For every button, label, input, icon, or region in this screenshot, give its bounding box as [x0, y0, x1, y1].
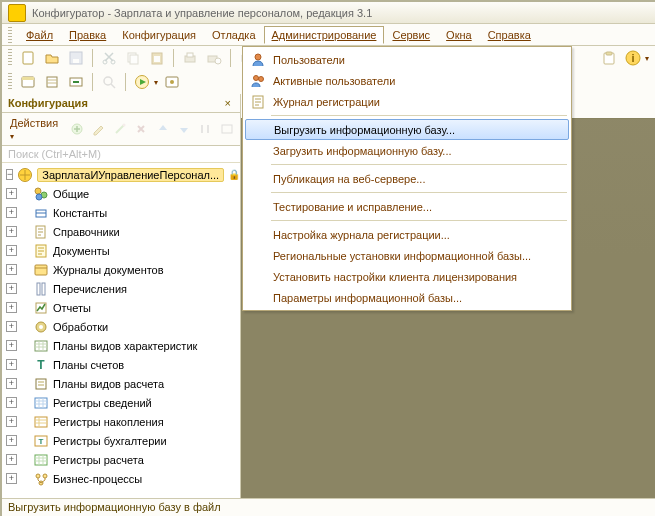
menu-item-journal-settings[interactable]: Настройка журнала регистрации...	[245, 224, 569, 245]
paste-button[interactable]	[147, 48, 167, 68]
svg-rect-20	[22, 77, 34, 80]
print-button[interactable]	[180, 48, 200, 68]
tree-item-label: Регистры бухгалтерии	[53, 435, 167, 447]
tree-item-label: Перечисления	[53, 283, 127, 295]
start-debug-button[interactable]	[132, 72, 152, 92]
cut-button[interactable]	[99, 48, 119, 68]
tree-item[interactable]: +Справочники	[4, 222, 240, 241]
db-config-button[interactable]	[42, 72, 62, 92]
menu-configuration[interactable]: Конфигурация	[114, 26, 204, 44]
svg-text:T: T	[37, 358, 45, 372]
sort-button[interactable]	[196, 119, 214, 139]
panel-close-button[interactable]: ×	[222, 97, 234, 109]
delete-button[interactable]	[132, 119, 150, 139]
tree-item-label: Регистры накопления	[53, 416, 164, 428]
tree-item[interactable]: +Константы	[4, 203, 240, 222]
svg-line-24	[111, 84, 115, 88]
tree-item[interactable]: +Планы видов расчета	[4, 374, 240, 393]
save-button[interactable]	[66, 48, 86, 68]
menu-item-infobase-params[interactable]: Параметры информационной базы...	[245, 287, 569, 308]
edit-button[interactable]	[89, 119, 107, 139]
svg-rect-47	[36, 379, 46, 389]
tree-item[interactable]: +Документы	[4, 241, 240, 260]
actions-menu[interactable]: Действия ▾	[6, 115, 65, 143]
open-config-button[interactable]	[18, 72, 38, 92]
copy-clipboard-button[interactable]	[599, 48, 619, 68]
status-text: Выгрузить информационную базу в файл	[8, 501, 221, 513]
svg-point-30	[122, 124, 125, 127]
menu-item-regional-settings[interactable]: Региональные установки информационной ба…	[245, 245, 569, 266]
search-input[interactable]: Поиск (Ctrl+Alt+M)	[2, 146, 240, 163]
status-bar: Выгрузить информационную базу в файл	[2, 498, 655, 516]
open-file-button[interactable]	[42, 48, 62, 68]
tree-item-label: Планы видов расчета	[53, 378, 164, 390]
menu-item-users[interactable]: Пользователи	[245, 49, 569, 70]
menu-item-journal[interactable]: Журнал регистрации	[245, 91, 569, 112]
separator	[230, 49, 231, 67]
tree-item[interactable]: +Бизнес-процессы	[4, 469, 240, 488]
tree-item[interactable]: +Планы видов характеристик	[4, 336, 240, 355]
menu-edit[interactable]: Правка	[61, 26, 114, 44]
wand-button[interactable]	[111, 119, 129, 139]
add-button[interactable]	[68, 119, 86, 139]
tree-root[interactable]: − ЗарплатаИУправлениеПерсонал... 🔒	[4, 165, 240, 184]
svg-rect-52	[35, 455, 47, 465]
tree-item[interactable]: +Регистры накопления	[4, 412, 240, 431]
tree-item[interactable]: +Регистры расчета	[4, 450, 240, 469]
tree-item-icon	[33, 205, 49, 221]
tree-item[interactable]: +Обработки	[4, 317, 240, 336]
tree-item-icon	[33, 262, 49, 278]
configuration-tree[interactable]: − ЗарплатаИУправлениеПерсонал... 🔒 +Общи…	[2, 163, 240, 498]
titlebar: Конфигуратор - Зарплата и управление пер…	[2, 2, 655, 24]
menu-file[interactable]: Файл	[18, 26, 61, 44]
svg-rect-0	[23, 52, 33, 64]
menu-item-web-publish[interactable]: Публикация на веб-сервере...	[245, 168, 569, 189]
menu-item-export-infobase[interactable]: Выгрузить информационную базу...	[245, 119, 569, 140]
tree-item-label: Обработки	[53, 321, 108, 333]
tree-item[interactable]: +Перечисления	[4, 279, 240, 298]
menu-windows[interactable]: Окна	[438, 26, 480, 44]
tree-item-icon	[33, 224, 49, 240]
new-file-button[interactable]	[18, 48, 38, 68]
copy-button[interactable]	[123, 48, 143, 68]
tree-item[interactable]: +Общие	[4, 184, 240, 203]
print-preview-button[interactable]	[204, 48, 224, 68]
tree-item[interactable]: +Журналы документов	[4, 260, 240, 279]
administration-menu: Пользователи Активные пользователи Журна…	[242, 46, 572, 311]
menu-item-import-infobase[interactable]: Загрузить информационную базу...	[245, 140, 569, 161]
tree-item[interactable]: +TРегистры бухгалтерии	[4, 431, 240, 450]
menu-administration[interactable]: Администрирование	[264, 26, 385, 44]
menu-debug[interactable]: Отладка	[204, 26, 263, 44]
menu-help[interactable]: Справка	[480, 26, 539, 44]
svg-rect-40	[37, 283, 40, 295]
menu-item-licensing[interactable]: Установить настройки клиента лицензирова…	[245, 266, 569, 287]
menubar-gripper[interactable]	[8, 27, 12, 43]
svg-rect-16	[606, 52, 612, 55]
menu-item-active-users[interactable]: Активные пользователи	[245, 70, 569, 91]
subsystem-filter-button[interactable]	[218, 119, 236, 139]
panel-actions-bar: Действия ▾	[2, 113, 240, 146]
move-down-button[interactable]	[175, 119, 193, 139]
toolbar-gripper[interactable]	[8, 49, 12, 67]
menu-service[interactable]: Сервис	[384, 26, 438, 44]
menu-item-test-fix[interactable]: Тестирование и исправление...	[245, 196, 569, 217]
svg-point-57	[254, 75, 259, 80]
tree-item[interactable]: +Отчеты	[4, 298, 240, 317]
tree-item[interactable]: +Регистры сведений	[4, 393, 240, 412]
svg-rect-31	[222, 125, 232, 133]
tree-item-label: Планы счетов	[53, 359, 124, 371]
app-icon	[8, 4, 26, 22]
toolbar-gripper[interactable]	[8, 73, 12, 91]
search-tree-button[interactable]	[99, 72, 119, 92]
tree-item-label: Общие	[53, 188, 89, 200]
svg-point-58	[259, 76, 264, 81]
debug-settings-button[interactable]	[162, 72, 182, 92]
svg-rect-10	[187, 53, 193, 57]
help-button[interactable]: i	[623, 48, 643, 68]
svg-point-35	[36, 194, 42, 200]
move-up-button[interactable]	[153, 119, 171, 139]
svg-text:T: T	[39, 437, 44, 446]
tree-item-icon	[33, 471, 49, 487]
tree-item[interactable]: +TПланы счетов	[4, 355, 240, 374]
update-config-button[interactable]	[66, 72, 86, 92]
